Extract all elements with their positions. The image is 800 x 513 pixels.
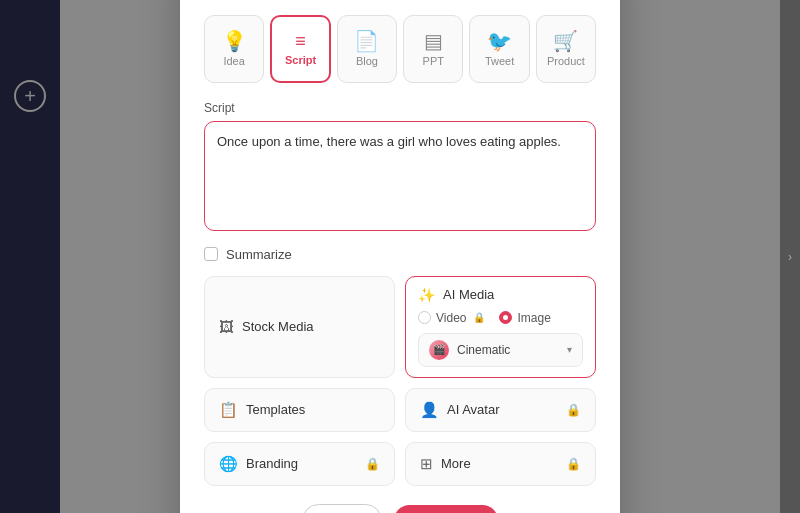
video-radio[interactable] bbox=[418, 311, 431, 324]
more-label: More bbox=[441, 456, 471, 471]
summarize-label: Summarize bbox=[226, 247, 292, 262]
branding-icon: 🌐 bbox=[219, 455, 238, 473]
templates-card[interactable]: 📋 Templates bbox=[204, 388, 395, 432]
video-lock-icon: 🔒 bbox=[473, 312, 485, 323]
ai-avatar-label: AI Avatar bbox=[447, 402, 500, 417]
ai-avatar-lock-icon: 🔒 bbox=[566, 403, 581, 417]
tweet-icon: 🐦 bbox=[487, 31, 512, 51]
stock-media-icon: 🖼 bbox=[219, 318, 234, 335]
tab-tweet[interactable]: 🐦 Tweet bbox=[469, 15, 529, 83]
tab-tweet-label: Tweet bbox=[485, 55, 514, 67]
image-label: Image bbox=[517, 311, 550, 325]
bottom-cards-row: 📋 Templates 👤 AI Avatar 🔒 🌐 Branding 🔒 ⊞… bbox=[204, 388, 596, 486]
ai-media-card[interactable]: ✨ AI Media Video 🔒 Image 🎬 bbox=[405, 276, 596, 378]
ai-media-header: ✨ AI Media bbox=[418, 287, 583, 303]
templates-icon: 📋 bbox=[219, 401, 238, 419]
branding-card[interactable]: 🌐 Branding 🔒 bbox=[204, 442, 395, 486]
footer-row: Close ✓ Submit bbox=[204, 504, 596, 514]
stock-media-label: Stock Media bbox=[242, 319, 314, 334]
video-label: Video bbox=[436, 311, 466, 325]
tab-blog[interactable]: 📄 Blog bbox=[337, 15, 397, 83]
script-textarea[interactable]: Once upon a time, there was a girl who l… bbox=[204, 121, 596, 231]
ai-avatar-card[interactable]: 👤 AI Avatar 🔒 bbox=[405, 388, 596, 432]
stock-media-card[interactable]: 🖼 Stock Media bbox=[204, 276, 395, 378]
tab-script-label: Script bbox=[285, 54, 316, 66]
cinematic-label: Cinematic bbox=[457, 343, 510, 357]
tab-blog-label: Blog bbox=[356, 55, 378, 67]
ai-media-options: Video 🔒 Image bbox=[418, 311, 583, 325]
video-option[interactable]: Video 🔒 bbox=[418, 311, 485, 325]
ai-media-label: AI Media bbox=[443, 287, 494, 302]
blog-icon: 📄 bbox=[354, 31, 379, 51]
tab-script[interactable]: ≡ Script bbox=[270, 15, 331, 83]
branding-lock-icon: 🔒 bbox=[365, 457, 380, 471]
tab-product[interactable]: 🛒 Product bbox=[536, 15, 596, 83]
tab-idea[interactable]: 💡 Idea bbox=[204, 15, 264, 83]
more-icon: ⊞ bbox=[420, 455, 433, 473]
media-cards-row: 🖼 Stock Media ✨ AI Media Video 🔒 bbox=[204, 276, 596, 378]
submit-button[interactable]: ✓ Submit bbox=[394, 505, 498, 514]
summarize-checkbox[interactable] bbox=[204, 247, 218, 261]
image-radio[interactable] bbox=[499, 311, 512, 324]
modal-backdrop: Magic Create 💡 Idea ≡ Script 📄 Blog ▤ PP… bbox=[0, 0, 800, 513]
script-label: Script bbox=[204, 101, 596, 115]
tab-product-label: Product bbox=[547, 55, 585, 67]
product-icon: 🛒 bbox=[553, 31, 578, 51]
idea-icon: 💡 bbox=[222, 31, 247, 51]
more-card[interactable]: ⊞ More 🔒 bbox=[405, 442, 596, 486]
tab-ppt[interactable]: ▤ PPT bbox=[403, 15, 463, 83]
ppt-icon: ▤ bbox=[424, 31, 443, 51]
image-option[interactable]: Image bbox=[499, 311, 550, 325]
tab-idea-label: Idea bbox=[223, 55, 244, 67]
magic-create-modal: Magic Create 💡 Idea ≡ Script 📄 Blog ▤ PP… bbox=[180, 0, 620, 513]
tab-ppt-label: PPT bbox=[423, 55, 444, 67]
close-button[interactable]: Close bbox=[302, 504, 381, 514]
more-lock-icon: 🔒 bbox=[566, 457, 581, 471]
templates-label: Templates bbox=[246, 402, 305, 417]
script-icon: ≡ bbox=[295, 32, 306, 50]
summarize-row: Summarize bbox=[204, 247, 596, 262]
ai-media-icon: ✨ bbox=[418, 287, 435, 303]
ai-avatar-icon: 👤 bbox=[420, 401, 439, 419]
tabs-row: 💡 Idea ≡ Script 📄 Blog ▤ PPT 🐦 Tweet 🛒 bbox=[204, 15, 596, 83]
cinematic-avatar: 🎬 bbox=[429, 340, 449, 360]
chevron-down-icon: ▾ bbox=[567, 344, 572, 355]
cinematic-select[interactable]: 🎬 Cinematic ▾ bbox=[418, 333, 583, 367]
branding-label: Branding bbox=[246, 456, 298, 471]
